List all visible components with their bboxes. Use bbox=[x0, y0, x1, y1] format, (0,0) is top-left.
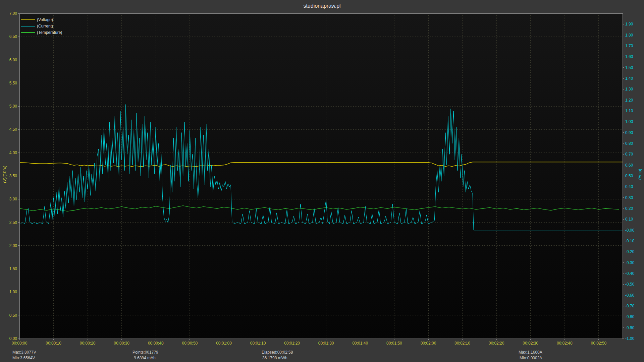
right-tick-label: -1.00 bbox=[625, 336, 635, 341]
left-tick-label: 0.00 bbox=[9, 336, 17, 341]
right-tick-label: -0.60 bbox=[625, 293, 635, 298]
plot-background[interactable] bbox=[19, 13, 623, 339]
left-axis-title: (V)/(10°c) bbox=[2, 166, 7, 183]
title-bar: studionapraw.pl bbox=[0, 0, 644, 12]
x-tick-label: 00:01:30 bbox=[318, 341, 334, 346]
left-tick-label: 2.00 bbox=[9, 243, 17, 248]
status-current-min: Min:0.0002A bbox=[520, 356, 542, 360]
x-tick-label: 00:02:20 bbox=[489, 341, 504, 346]
legend-item-current: (Current) bbox=[21, 23, 62, 29]
x-tick-label: 00:01:00 bbox=[216, 341, 232, 346]
app-window: studionapraw.pl 7.006.506.005.505.004.50… bbox=[0, 0, 644, 362]
right-tick-label: 1.90 bbox=[625, 22, 633, 26]
left-tick-label: 0.50 bbox=[9, 313, 17, 318]
left-tick-label: 1.00 bbox=[9, 290, 17, 294]
status-current-max: Max:1.1660A bbox=[519, 350, 542, 355]
right-tick-label: -0.10 bbox=[625, 239, 635, 243]
right-tick-label: 1.50 bbox=[625, 65, 633, 70]
right-axis-title: (Amp) bbox=[638, 169, 642, 180]
right-tick-label: -0.30 bbox=[625, 260, 635, 265]
x-tick-label: 00:02:50 bbox=[591, 341, 607, 346]
x-tick-label: 00:00:30 bbox=[114, 341, 129, 346]
right-tick-label: 1.20 bbox=[625, 98, 633, 103]
status-bar: Max:3.8077V Min:3.6564V Points:001779 9.… bbox=[0, 349, 644, 362]
x-tick-label: 00:01:10 bbox=[250, 341, 266, 346]
legend-item-voltage: (Voltage) bbox=[21, 16, 62, 23]
left-tick-label: 3.00 bbox=[9, 197, 17, 201]
temperature-legend-label: (Temperature) bbox=[37, 30, 62, 35]
right-tick-label: 0.20 bbox=[625, 206, 633, 211]
x-tick-label: 00:01:50 bbox=[386, 341, 402, 346]
right-tick-label: -0.70 bbox=[625, 304, 635, 308]
right-tick-label: 0.90 bbox=[625, 130, 633, 135]
right-tick-label: -0.40 bbox=[625, 271, 635, 276]
voltage-legend-swatch bbox=[21, 19, 35, 20]
right-tick-label: 0.10 bbox=[625, 217, 633, 222]
x-tick-label: 00:01:20 bbox=[284, 341, 300, 346]
current-legend-label: (Current) bbox=[37, 24, 53, 28]
temperature-legend-swatch bbox=[21, 32, 35, 33]
left-tick-label: 5.00 bbox=[9, 104, 17, 109]
right-tick-label: 0.80 bbox=[625, 141, 633, 146]
right-tick-label: 1.00 bbox=[625, 119, 633, 124]
left-tick-label: 6.00 bbox=[9, 58, 17, 62]
right-tick-label: 1.10 bbox=[625, 109, 633, 113]
left-tick-label: 1.50 bbox=[9, 266, 17, 271]
legend: (Voltage)(Current)(Temperature) bbox=[21, 16, 62, 36]
x-tick-label: 00:01:40 bbox=[352, 341, 368, 346]
right-tick-label: 0.30 bbox=[625, 195, 633, 200]
right-tick-label: 0.40 bbox=[625, 184, 633, 189]
legend-item-temperature: (Temperature) bbox=[21, 29, 62, 36]
x-tick-label: 00:02:40 bbox=[557, 341, 573, 346]
right-tick-label: -0.80 bbox=[625, 314, 635, 319]
status-voltage-min: Min:3.6564V bbox=[12, 356, 35, 360]
left-tick-label: 5.50 bbox=[9, 81, 17, 85]
right-tick-label: 1.80 bbox=[625, 33, 633, 38]
left-tick-label: 4.00 bbox=[9, 150, 17, 155]
right-tick-label: 1.60 bbox=[625, 54, 633, 59]
left-tick-label: 7.00 bbox=[9, 12, 17, 16]
status-points: Points:001779 bbox=[132, 350, 158, 355]
right-tick-label: -0.50 bbox=[625, 282, 635, 287]
x-tick-label: 00:00:00 bbox=[12, 341, 28, 346]
status-capacity-mah: 9.6884 mAh bbox=[134, 356, 156, 360]
x-tick-label: 00:02:10 bbox=[454, 341, 470, 346]
status-elapsed: Elapsed:00:02:58 bbox=[262, 350, 293, 355]
status-energy-mwh: 36.1798 mWh bbox=[262, 356, 287, 360]
x-tick-label: 00:02:00 bbox=[421, 341, 436, 346]
right-tick-label: 1.70 bbox=[625, 44, 633, 48]
x-tick-label: 00:00:40 bbox=[148, 341, 164, 346]
left-tick-label: 4.50 bbox=[9, 127, 17, 132]
right-tick-label: 0.50 bbox=[625, 174, 633, 178]
right-tick-label: -0.00 bbox=[625, 228, 635, 233]
x-tick-label: 00:00:50 bbox=[182, 341, 198, 346]
x-tick-label: 00:00:20 bbox=[80, 341, 96, 346]
right-tick-label: 1.30 bbox=[625, 87, 633, 92]
chart-region: 7.006.506.005.505.004.504.003.503.002.50… bbox=[0, 12, 644, 349]
left-tick-label: 6.50 bbox=[9, 34, 17, 39]
window-title: studionapraw.pl bbox=[303, 3, 340, 9]
right-tick-label: 0.60 bbox=[625, 163, 633, 168]
left-tick-label: 2.50 bbox=[9, 220, 17, 225]
plot-canvas[interactable]: 7.006.506.005.505.004.504.003.503.002.50… bbox=[0, 12, 644, 349]
x-tick-label: 00:00:10 bbox=[46, 341, 61, 346]
right-tick-label: 1.40 bbox=[625, 76, 633, 81]
right-tick-label: 0.70 bbox=[625, 152, 633, 157]
left-tick-label: 3.50 bbox=[9, 174, 17, 178]
right-tick-label: -0.90 bbox=[625, 325, 635, 330]
x-tick-label: 00:02:30 bbox=[523, 341, 538, 346]
voltage-legend-label: (Voltage) bbox=[37, 17, 53, 22]
right-tick-label: -0.20 bbox=[625, 249, 635, 254]
current-legend-swatch bbox=[21, 26, 35, 26]
status-voltage-max: Max:3.8077V bbox=[12, 350, 36, 355]
